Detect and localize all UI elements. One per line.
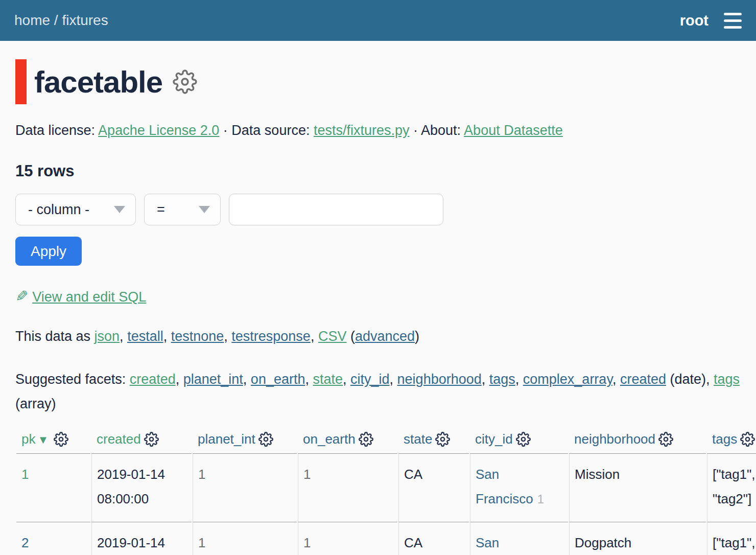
facet-link-created[interactable]: created [130,372,176,387]
cell-state: CA [398,522,469,555]
view-edit-sql-link[interactable]: View and edit SQL [32,289,146,305]
main-content: facetable Data license: Apache License 2… [0,59,756,555]
column-sort-link-planet_int[interactable]: planet_int [198,431,255,447]
title-row: facetable [15,59,741,104]
export-link-testresponse[interactable]: testresponse [231,329,311,344]
foreign-key-raw-id: 1 [537,492,544,506]
column-gear-icon[interactable] [359,432,373,447]
column-gear-icon[interactable] [516,432,531,447]
filter-column-select[interactable]: - column - [15,194,136,225]
export-line: This data as json, testall, testnone, te… [15,329,741,344]
filter-operator-select[interactable]: = [144,194,221,225]
filter-operator-value: = [157,202,165,218]
cell-planet_int: 1 [193,522,297,555]
column-gear-icon[interactable] [435,432,450,447]
column-sort-link-created[interactable]: created [97,431,141,447]
sql-line: ✎View and edit SQL [15,287,741,305]
nav-right: root [680,11,742,31]
filter-row: - column - = [15,194,741,225]
export-link-advanced[interactable]: advanced [355,329,415,344]
column-sort-link-neighborhood[interactable]: neighborhood [574,431,655,447]
cell-city_id: San Francisco1 [470,522,568,555]
chevron-down-icon [199,206,210,213]
data-table: pk▼createdplanet_inton_earthstatecity_id… [15,429,756,555]
cell-neighborhood: Mission [569,454,706,522]
column-header-city_id: city_id [470,429,568,454]
cell-tags: ["tag1", "tag2"] [707,454,756,522]
cell-on_earth: 1 [298,522,397,555]
export-link-testall[interactable]: testall [127,329,163,344]
facet-link-planet_int[interactable]: planet_int [183,372,243,387]
filter-value-input[interactable] [229,194,443,225]
facet-link-on_earth[interactable]: on_earth [251,372,305,387]
export-link-testnone[interactable]: testnone [171,329,224,344]
facet-link-neighborhood[interactable]: neighborhood [397,372,482,387]
foreign-key-link[interactable]: San Francisco [476,467,533,506]
license-link[interactable]: Apache License 2.0 [98,123,219,138]
cell-tags: ["tag1", "tag3"] [707,522,756,555]
breadcrumb-separator: / [50,12,62,28]
row-1-pk-link[interactable]: 1 [21,467,29,482]
table-row: 12019-01-14 08:00:0011CASan Francisco1Mi… [16,454,756,522]
column-header-created: created [91,429,192,454]
about-link[interactable]: About Datasette [464,123,563,138]
separator-dot: · [223,123,228,138]
facet-link-city_id[interactable]: city_id [350,372,390,387]
breadcrumb: home / fixtures [14,12,108,29]
table-settings-gear-icon[interactable] [173,70,197,94]
table-header-row: pk▼createdplanet_inton_earthstatecity_id… [16,429,756,454]
cell-neighborhood: Dogpatch [569,522,706,555]
cell-created: 2019-01-14 08:00:00 [91,522,192,555]
row-count: 15 rows [15,162,741,180]
column-gear-icon[interactable] [740,432,755,447]
breadcrumb-database-link[interactable]: fixtures [62,12,108,28]
column-header-tags: tags [707,429,756,454]
cell-pk: 2 [16,522,90,555]
export-link-json[interactable]: json [94,329,120,344]
column-sort-link-city_id[interactable]: city_id [475,431,513,447]
sort-descending-icon: ▼ [37,433,49,446]
column-header-state: state [398,429,469,454]
cell-planet_int: 1 [193,454,297,522]
cell-state: CA [398,454,469,522]
row-2-pk-link[interactable]: 2 [21,535,29,550]
source-label: Data source: [231,123,310,138]
hamburger-menu-icon[interactable] [724,11,742,31]
cell-on_earth: 1 [298,454,397,522]
column-sort-link-state[interactable]: state [404,431,432,447]
facet-link-created[interactable]: created [620,372,666,387]
hamburger-bar [724,26,742,29]
cell-pk: 1 [16,454,90,522]
column-header-pk: pk▼ [16,429,90,454]
pencil-icon: ✎ [15,287,28,305]
logged-in-user[interactable]: root [680,12,708,29]
foreign-key-link[interactable]: San Francisco [476,535,533,555]
hamburger-bar [724,19,742,22]
column-sort-link-pk[interactable]: pk [21,431,35,447]
facet-link-state[interactable]: state [313,372,343,387]
column-gear-icon[interactable] [144,432,159,447]
separator-dot: · [413,123,418,138]
breadcrumb-home-link[interactable]: home [14,12,50,28]
facet-link-tags[interactable]: tags [489,372,515,387]
column-sort-link-tags[interactable]: tags [712,431,737,447]
column-gear-icon[interactable] [258,432,273,447]
suggested-facets-line: Suggested facets: created, planet_int, o… [15,367,741,416]
hamburger-bar [724,13,742,15]
facet-link-complex_array[interactable]: complex_array [523,372,612,387]
source-link[interactable]: tests/fixtures.py [314,123,410,138]
column-gear-icon[interactable] [658,432,673,447]
filter-column-value: - column - [28,202,89,218]
top-navigation-bar: home / fixtures root [0,0,756,41]
cell-created: 2019-01-14 08:00:00 [91,454,192,522]
column-header-planet_int: planet_int [193,429,297,454]
facet-link-tags[interactable]: tags [714,372,740,387]
data-table-wrapper: pk▼createdplanet_inton_earthstatecity_id… [15,429,741,555]
column-sort-link-on_earth[interactable]: on_earth [303,431,356,447]
title-accent-bar [15,59,27,104]
metadata-line: Data license: Apache License 2.0 · Data … [15,123,741,138]
export-link-csv[interactable]: CSV [318,329,347,344]
apply-button[interactable]: Apply [15,237,82,266]
column-gear-icon[interactable] [54,432,68,447]
chevron-down-icon [114,206,125,213]
